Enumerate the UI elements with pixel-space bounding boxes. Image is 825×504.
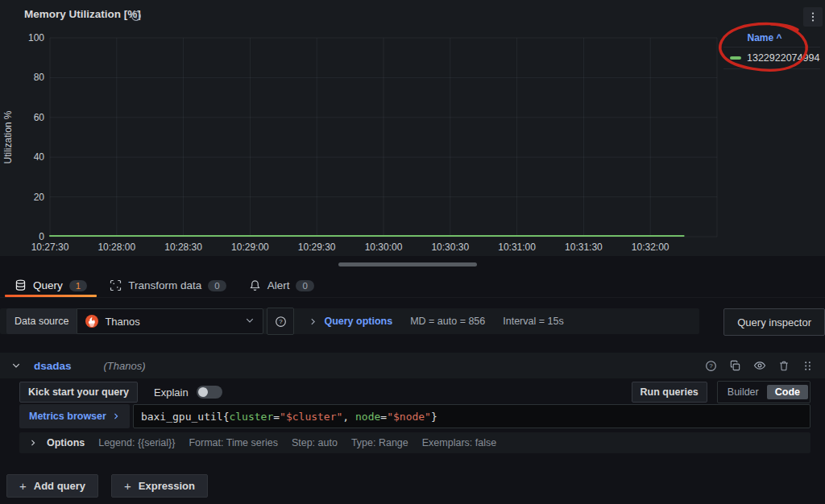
promql-token: "$node" [387,411,431,423]
disable-query-button[interactable] [753,359,766,372]
x-tick-label: 10:28:30 [164,242,202,253]
horizontal-scrollbar-thumb[interactable] [338,262,477,266]
transform-icon [110,279,122,291]
x-tick-label: 10:32:00 [632,242,670,253]
chevron-down-icon[interactable] [11,361,21,370]
plus-icon: + [19,479,27,493]
panel-menu-button[interactable] [803,7,823,27]
editor-footer: + Add query + Expression [6,474,208,498]
tab-label: Query [33,279,63,291]
tab-alert[interactable]: Alert 0 [238,274,325,297]
editor-mode-switch: Builder Code [717,381,810,403]
promql-token: = [380,411,387,423]
y-tick-label: 40 [34,151,45,163]
datasource-help-button[interactable]: ? [267,308,294,335]
query-options-link[interactable]: Query options [324,316,392,327]
tab-transform-data[interactable]: Transform data 0 [98,274,237,297]
active-tab-indicator [5,295,97,297]
info-icon[interactable] [131,10,142,24]
legend-series-row[interactable]: 1322922074994 [723,48,820,69]
y-axis-title: Utilization % [2,110,14,163]
query-inspector-button[interactable]: Query inspector [723,308,825,336]
chevron-right-icon [309,317,317,326]
explain-label: Explain [154,386,189,399]
metrics-browser-label: Metrics browser [29,411,106,422]
query-editor-top-row: Kick start your query Explain Run querie… [19,382,810,403]
trash-icon [778,360,790,372]
options-title: Options [47,437,85,448]
x-tick-label: 10:30:00 [365,242,403,253]
tab-query[interactable]: Query 1 [3,274,98,297]
panel-title: Memory Utilization [%] [24,8,141,20]
query-options-collapsed-row[interactable]: Options Legend: {{serial}}Format: Time s… [19,432,810,453]
legend-series-label: 1322922074994 [747,52,819,64]
kebab-icon [807,11,819,23]
svg-text:?: ? [709,362,713,370]
question-circle-icon: ? [275,316,287,328]
query-datasource-hint: (Thanos) [104,360,146,372]
database-icon [15,279,27,291]
data-source-label: Data source [6,308,77,334]
query-help-button[interactable]: ? [705,360,717,372]
promql-token: = [273,411,280,423]
option-item: Legend: {{serial}} [98,437,175,448]
legend-sort-header[interactable]: Name ^ [723,31,820,48]
add-expression-button[interactable]: + Expression [111,474,208,498]
y-tick-label: 100 [28,32,44,43]
x-tick-label: 10:31:00 [498,242,536,253]
kick-start-query-button[interactable]: Kick start your query [19,382,138,403]
remove-query-button[interactable] [778,360,790,372]
promql-token: { [223,411,230,423]
builder-mode-option[interactable]: Builder [719,385,767,399]
x-tick-label: 10:29:30 [298,242,336,253]
option-item: Step: auto [292,437,338,448]
code-mode-option[interactable]: Code [767,385,808,399]
thanos-flame-icon [85,315,98,328]
chevron-right-icon[interactable] [29,439,37,447]
chevron-down-icon [245,316,255,328]
explain-toggle[interactable] [197,386,222,399]
add-query-label: Add query [34,480,85,492]
option-item: Type: Range [351,437,408,448]
y-tick-label: 80 [34,72,45,83]
legend-series-swatch [730,56,741,60]
promql-editor-row: Metrics browser baxi_gpu_util{cluster="$… [19,404,810,428]
query-name-link[interactable]: dsadas [34,360,72,372]
data-source-select[interactable]: Thanos [77,308,263,334]
promql-token: "$cluster" [280,411,342,423]
x-tick-label: 10:31:30 [565,242,603,253]
tab-count-badge: 0 [296,280,313,291]
bell-icon [249,279,261,291]
tab-label: Transform data [128,279,201,291]
expression-label: Expression [139,480,195,492]
query-row-actions: ? [705,359,814,372]
max-data-points-text: MD = auto = 856 [410,316,485,327]
drag-handle[interactable] [802,360,814,372]
query-row-header[interactable]: dsadas (Thanos) ? [0,353,825,378]
metrics-browser-button[interactable]: Metrics browser [19,404,130,428]
chevron-right-icon [112,412,120,420]
x-tick-label: 10:30:30 [431,242,469,253]
promql-input[interactable]: baxi_gpu_util{cluster="$cluster", node="… [133,404,810,428]
time-series-chart[interactable]: 02040608010010:27:3010:28:0010:28:3010:2… [0,0,825,256]
query-toolbar: Data source Thanos ? Query options MD = … [0,308,825,334]
toggle-knob [198,387,208,397]
chart-legend: Name ^ 1322922074994 [723,31,820,69]
data-source-value: Thanos [105,316,139,328]
option-item: Exemplars: false [422,437,496,448]
interval-text: Interval = 15s [503,316,563,327]
legend-header-label: Name [747,32,773,43]
y-tick-label: 0 [39,231,44,242]
promql-token: baxi_gpu_util [141,411,223,423]
add-query-button[interactable]: + Add query [6,474,98,498]
tab-count-badge: 1 [69,280,87,291]
svg-text:?: ? [279,318,283,325]
run-queries-button[interactable]: Run queries [632,382,707,403]
promql-token: node [355,411,380,423]
tab-label: Alert [267,279,290,291]
grafana-panel-edit-view: 02040608010010:27:3010:28:0010:28:3010:2… [0,0,825,504]
copy-icon [729,360,741,372]
datasource-strip: Data source Thanos ? Query options MD = … [0,308,699,334]
duplicate-query-button[interactable] [729,360,741,372]
editor-tabs: Query 1 Transform data 0 Alert 0 [0,274,825,298]
